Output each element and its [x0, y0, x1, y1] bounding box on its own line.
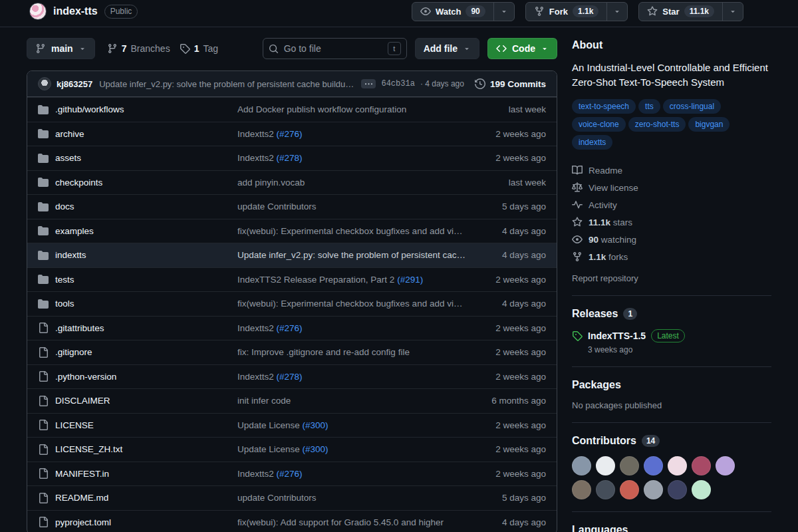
file-commit-message[interactable]: Update infer_v2.py: solve the problem of… — [237, 250, 478, 260]
file-commit-message[interactable]: fix(webui): Add support for Gradio 5.45.… — [237, 517, 478, 527]
avatar[interactable] — [644, 480, 663, 499]
file-commit-message[interactable]: fix: Improve .gitignore and re-add confi… — [237, 347, 478, 357]
file-name[interactable]: assets — [55, 153, 81, 163]
file-commit-message[interactable]: add pinyin.vocab — [237, 178, 478, 188]
watching-link[interactable]: 90 watching — [572, 231, 771, 248]
avatar[interactable] — [692, 480, 711, 499]
release-name[interactable]: IndexTTS-1.5 — [588, 331, 646, 341]
tags-link[interactable]: 1 Tag — [180, 43, 218, 54]
file-name-cell[interactable]: archive — [38, 128, 237, 139]
file-name[interactable]: docs — [55, 201, 74, 211]
table-row[interactable]: .python-version Indextts2 (#278) 2 weeks… — [27, 364, 557, 389]
file-name-cell[interactable]: indextts — [38, 250, 237, 261]
branches-link[interactable]: 7 Branches — [107, 43, 170, 54]
table-row[interactable]: docs update Contributors 5 days ago — [27, 194, 557, 219]
file-commit-message[interactable]: Update License (#300) — [237, 444, 478, 454]
pr-link[interactable]: (#278) — [277, 153, 303, 163]
topic-pill[interactable]: bigvgan — [688, 117, 730, 132]
readme-link[interactable]: Readme — [572, 162, 771, 179]
avatar[interactable] — [620, 456, 639, 475]
file-name[interactable]: LICENSE — [55, 420, 94, 430]
table-row[interactable]: DISCLAIMER init infer code 6 months ago — [27, 388, 557, 413]
file-commit-message[interactable]: update Contributors — [237, 493, 478, 503]
license-link[interactable]: View license — [572, 179, 771, 196]
table-row[interactable]: tests IndexTTS2 Release Preparation, Par… — [27, 267, 557, 292]
table-row[interactable]: .github/workflows Add Docker publish wor… — [27, 97, 557, 122]
avatar[interactable] — [644, 456, 663, 475]
releases-heading[interactable]: Releases 1 — [572, 308, 771, 320]
commit-ellipsis-button[interactable] — [361, 79, 376, 88]
report-repository-link[interactable]: Report repository — [572, 273, 771, 283]
table-row[interactable]: LICENSE_ZH.txt Update License (#300) 2 w… — [27, 437, 557, 462]
file-name-cell[interactable]: LICENSE_ZH.txt — [38, 444, 237, 455]
file-name-cell[interactable]: .gitattributes — [38, 323, 237, 333]
file-name-cell[interactable]: LICENSE — [38, 420, 237, 430]
watch-dropdown[interactable] — [493, 3, 514, 21]
avatar[interactable] — [596, 456, 615, 475]
table-row[interactable]: MANIFEST.in Indextts2 (#276) 2 weeks ago — [27, 462, 557, 486]
file-commit-message[interactable]: Indextts2 (#278) — [237, 372, 478, 382]
file-commit-message[interactable]: Add Docker publish workflow configuratio… — [237, 104, 478, 114]
file-name-cell[interactable]: pyproject.toml — [38, 517, 237, 527]
pr-link[interactable]: (#276) — [277, 129, 303, 139]
file-name-cell[interactable]: .github/workflows — [38, 104, 237, 115]
commit-history-link[interactable]: 199 Commits — [475, 78, 546, 89]
commit-hash[interactable]: 64cb31a — [381, 79, 414, 88]
pr-link[interactable]: (#276) — [277, 469, 303, 479]
file-name[interactable]: checkpoints — [55, 178, 102, 188]
stars-link[interactable]: 11.1k stars — [572, 213, 771, 231]
commit-author[interactable]: kj863257 — [57, 79, 92, 89]
file-name-cell[interactable]: DISCLAIMER — [38, 396, 237, 406]
table-row[interactable]: LICENSE Update License (#300) 2 weeks ag… — [27, 413, 557, 438]
contributors-heading[interactable]: Contributors 14 — [572, 435, 771, 447]
avatar[interactable] — [596, 480, 615, 499]
table-row[interactable]: pyproject.toml fix(webui): Add support f… — [27, 510, 557, 532]
file-name-cell[interactable]: tests — [38, 274, 237, 285]
file-name[interactable]: tools — [55, 299, 74, 309]
file-name-cell[interactable]: .python-version — [38, 371, 237, 382]
file-name[interactable]: indextts — [55, 250, 86, 260]
repo-name[interactable]: index-tts — [53, 5, 98, 17]
file-name-cell[interactable]: docs — [38, 201, 237, 212]
table-row[interactable]: tools fix(webui): Experimental checkbox … — [27, 291, 557, 316]
file-name-cell[interactable]: examples — [38, 225, 237, 236]
pr-link[interactable]: (#278) — [277, 372, 303, 382]
table-row[interactable]: archive Indextts2 (#276) 2 weeks ago — [27, 122, 557, 146]
file-commit-message[interactable]: fix(webui): Experimental checkbox bugfix… — [237, 299, 478, 309]
go-to-file-input[interactable] — [284, 43, 382, 54]
topic-pill[interactable]: zero-shot-tts — [628, 117, 686, 132]
release-item[interactable]: IndexTTS-1.5 Latest — [572, 329, 771, 342]
file-commit-message[interactable]: init infer code — [237, 396, 478, 406]
avatar[interactable] — [716, 456, 735, 475]
commit-author-avatar[interactable] — [38, 77, 51, 90]
commit-message[interactable]: Update infer_v2.py: solve the problem of… — [99, 79, 356, 89]
file-name-cell[interactable]: MANIFEST.in — [38, 468, 237, 479]
activity-link[interactable]: Activity — [572, 196, 771, 213]
watch-button[interactable]: Watch 90 — [412, 3, 493, 21]
avatar[interactable] — [620, 480, 639, 499]
table-row[interactable]: assets Indextts2 (#278) 2 weeks ago — [27, 146, 557, 170]
forks-link[interactable]: 1.1k forks — [572, 248, 771, 265]
avatar[interactable] — [668, 456, 687, 475]
table-row[interactable]: README.md update Contributors 5 days ago — [27, 485, 557, 510]
file-name[interactable]: archive — [55, 129, 84, 139]
avatar[interactable] — [692, 456, 711, 475]
pr-link[interactable]: (#300) — [303, 420, 329, 430]
pr-link[interactable]: (#291) — [397, 275, 423, 285]
table-row[interactable]: .gitattributes Indextts2 (#276) 2 weeks … — [27, 316, 557, 340]
file-name[interactable]: .github/workflows — [55, 104, 124, 114]
file-name[interactable]: README.md — [55, 493, 108, 503]
table-row[interactable]: indextts Update infer_v2.py: solve the p… — [27, 243, 557, 267]
fork-dropdown[interactable] — [606, 3, 627, 21]
file-name[interactable]: .gitattributes — [55, 323, 104, 333]
file-name[interactable]: .gitignore — [55, 347, 92, 357]
avatar[interactable] — [572, 480, 591, 499]
file-commit-message[interactable]: Indextts2 (#278) — [237, 153, 478, 163]
code-button[interactable]: Code — [487, 38, 557, 59]
topic-pill[interactable]: voice-clone — [572, 117, 626, 132]
file-commit-message[interactable]: Update License (#300) — [237, 420, 478, 430]
file-commit-message[interactable]: Indextts2 (#276) — [237, 323, 478, 333]
avatar[interactable] — [572, 456, 591, 475]
file-name[interactable]: LICENSE_ZH.txt — [55, 444, 122, 454]
repo-avatar[interactable] — [29, 3, 47, 20]
